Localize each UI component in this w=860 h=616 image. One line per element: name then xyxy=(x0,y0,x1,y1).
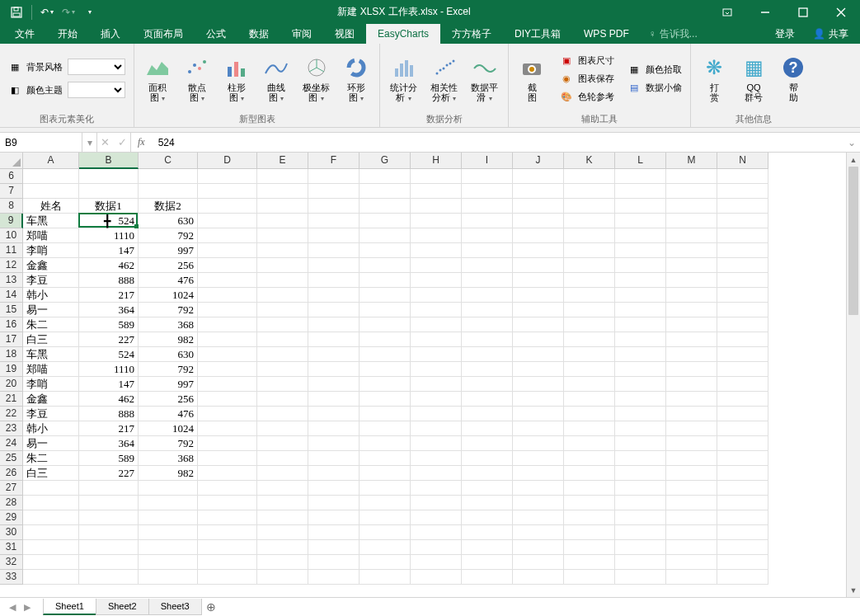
cell[interactable] xyxy=(666,555,717,570)
cell[interactable] xyxy=(360,199,411,214)
data-thief-button[interactable]: ▤数据小偷 xyxy=(624,79,685,96)
cell[interactable] xyxy=(717,525,768,540)
help-button[interactable]: ?帮 助 xyxy=(775,53,811,104)
cell[interactable] xyxy=(462,555,513,570)
maximize-button[interactable] xyxy=(784,0,822,24)
cell[interactable] xyxy=(462,228,513,243)
cell[interactable] xyxy=(411,525,462,540)
cell[interactable] xyxy=(198,303,257,317)
cell[interactable] xyxy=(666,258,717,273)
cell[interactable] xyxy=(198,392,257,407)
row-header[interactable]: 18 xyxy=(0,347,23,362)
scroll-down-button[interactable]: ▼ xyxy=(847,583,860,597)
cell[interactable] xyxy=(615,347,666,362)
qat-customize[interactable]: ▾ xyxy=(80,3,100,21)
cell[interactable] xyxy=(513,169,564,184)
cell[interactable] xyxy=(198,555,257,570)
cell[interactable] xyxy=(462,392,513,407)
cell[interactable]: 李豆 xyxy=(23,407,79,421)
color-pick-button[interactable]: ▦颜色拾取 xyxy=(624,61,685,78)
cell[interactable] xyxy=(360,288,411,303)
cell[interactable] xyxy=(23,481,79,496)
cell[interactable] xyxy=(513,510,564,525)
vertical-scrollbar[interactable]: ▲ ▼ xyxy=(846,153,860,597)
row-header[interactable]: 6 xyxy=(0,169,23,184)
cell[interactable] xyxy=(615,481,666,496)
cell[interactable]: 朱二 xyxy=(23,451,79,466)
sheet-tab-3[interactable]: Sheet3 xyxy=(148,599,202,615)
name-box-dropdown[interactable]: ▾ xyxy=(82,133,97,152)
row-header[interactable]: 23 xyxy=(0,421,23,436)
cell[interactable] xyxy=(564,362,615,377)
cell[interactable] xyxy=(198,214,257,228)
smoothing-button[interactable]: 数据平 滑 ▾ xyxy=(466,53,503,105)
cell[interactable] xyxy=(717,332,768,347)
cell[interactable]: 792 xyxy=(139,436,198,451)
cell[interactable] xyxy=(257,392,308,407)
cell[interactable] xyxy=(411,169,462,184)
row-header[interactable]: 27 xyxy=(0,481,23,496)
cell[interactable] xyxy=(257,510,308,525)
cell[interactable] xyxy=(717,392,768,407)
cell[interactable] xyxy=(23,525,79,540)
cell[interactable]: 数据1 xyxy=(79,199,139,214)
sheet-nav-prev[interactable]: ◀ xyxy=(5,602,20,613)
cell[interactable] xyxy=(615,451,666,466)
color-theme-button[interactable]: ◧颜色主题 xyxy=(5,80,129,100)
row-header[interactable]: 32 xyxy=(0,555,23,570)
cell[interactable] xyxy=(308,214,360,228)
cell[interactable]: 147 xyxy=(79,243,139,258)
cell[interactable] xyxy=(360,525,411,540)
column-header[interactable]: H xyxy=(411,153,462,169)
cell[interactable] xyxy=(564,258,615,273)
cell[interactable] xyxy=(615,421,666,436)
cell[interactable] xyxy=(462,258,513,273)
tab-page-layout[interactable]: 页面布局 xyxy=(132,24,195,44)
cell[interactable] xyxy=(411,496,462,510)
cell[interactable] xyxy=(462,481,513,496)
cell[interactable] xyxy=(139,540,198,555)
row-header[interactable]: 30 xyxy=(0,525,23,540)
tab-wps-pdf[interactable]: WPS PDF xyxy=(572,24,641,44)
cell[interactable] xyxy=(411,570,462,585)
cell[interactable] xyxy=(198,243,257,258)
cell[interactable]: 524 xyxy=(79,214,139,228)
cell[interactable] xyxy=(308,243,360,258)
cell[interactable] xyxy=(462,466,513,481)
cell[interactable] xyxy=(257,555,308,570)
cell[interactable] xyxy=(513,525,564,540)
cell[interactable]: 630 xyxy=(139,214,198,228)
chart-save-button[interactable]: ◉图表保存 xyxy=(557,70,618,87)
cell[interactable] xyxy=(513,258,564,273)
cell[interactable] xyxy=(615,570,666,585)
cell[interactable] xyxy=(79,570,139,585)
cell[interactable] xyxy=(615,288,666,303)
scroll-thumb-v[interactable] xyxy=(848,167,858,315)
cell[interactable] xyxy=(198,570,257,585)
cell[interactable] xyxy=(564,525,615,540)
cell[interactable] xyxy=(198,496,257,510)
cell[interactable] xyxy=(198,169,257,184)
cell[interactable] xyxy=(308,421,360,436)
cell[interactable] xyxy=(513,377,564,392)
cell[interactable]: 朱二 xyxy=(23,317,79,332)
cell[interactable] xyxy=(257,228,308,243)
cell[interactable] xyxy=(23,184,79,199)
cell[interactable] xyxy=(615,243,666,258)
cell[interactable] xyxy=(308,570,360,585)
screenshot-button[interactable]: 截 图 xyxy=(514,53,550,104)
login-button[interactable]: 登录 xyxy=(767,24,803,44)
cell[interactable] xyxy=(513,317,564,332)
cell[interactable] xyxy=(308,451,360,466)
row-header[interactable]: 29 xyxy=(0,510,23,525)
cell[interactable]: 888 xyxy=(79,273,139,288)
cell[interactable] xyxy=(79,510,139,525)
cell[interactable] xyxy=(717,184,768,199)
cell[interactable]: 白三 xyxy=(23,332,79,347)
qq-group-button[interactable]: ▦QQ 群号 xyxy=(735,53,772,104)
row-header[interactable]: 11 xyxy=(0,243,23,258)
cell[interactable] xyxy=(308,332,360,347)
cell[interactable] xyxy=(139,570,198,585)
row-header[interactable]: 8 xyxy=(0,199,23,214)
cell[interactable] xyxy=(564,421,615,436)
